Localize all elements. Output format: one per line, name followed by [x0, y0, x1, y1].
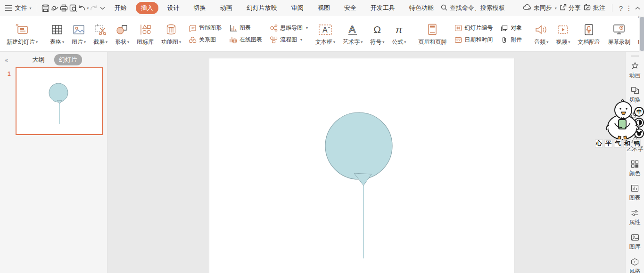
tab-special-features[interactable]: 特色功能: [404, 2, 439, 14]
menubar: 文件 ▾ ▾: [0, 0, 644, 16]
icon-library-label: 图标库: [137, 38, 154, 46]
tab-review[interactable]: 审阅: [286, 2, 309, 14]
undo-button[interactable]: ▾: [78, 2, 89, 14]
online-chart-label: 在线图表: [239, 36, 262, 44]
slide-number-button[interactable]: 幻灯片编号: [454, 24, 493, 32]
icon-library-button[interactable]: 图标库: [133, 17, 157, 50]
caption-char: 和: [623, 139, 631, 148]
ribbon-scrollbar-thumb[interactable]: [640, 17, 644, 51]
symbol-omega-icon: Ω: [373, 21, 381, 38]
file-menu[interactable]: 文件 ▾: [13, 4, 33, 12]
chart-button[interactable]: 图表: [229, 24, 262, 32]
more-commands-icon[interactable]: [98, 2, 107, 14]
style-icon: [631, 257, 639, 266]
more-options-icon[interactable]: ⋮: [626, 4, 632, 12]
ribbon-scrollbar[interactable]: [639, 16, 644, 52]
table-icon: [51, 21, 63, 38]
animation-icon: [631, 61, 639, 71]
sidebar-label-animation: 动画: [629, 72, 641, 80]
duck-mascot[interactable]: [601, 99, 644, 142]
screenshot-button[interactable]: 截屏▾: [90, 17, 111, 50]
chevron-down-icon: ▾: [306, 26, 308, 30]
redo-button[interactable]: [89, 2, 98, 14]
sidebar-item-gallery[interactable]: 图库: [626, 233, 644, 251]
video-button[interactable]: 视频▾: [552, 17, 574, 50]
balloon-shape[interactable]: [209, 58, 514, 273]
table-button[interactable]: 表格▾: [46, 17, 68, 50]
divider: [37, 4, 37, 12]
print-preview-button[interactable]: [68, 2, 77, 14]
ribbon-expand-arrow[interactable]: ›: [638, 14, 639, 19]
smart-art-icon: [189, 24, 197, 32]
caption-char: 平: [604, 139, 612, 148]
chevron-down-icon: ▾: [29, 6, 31, 10]
search-input[interactable]: 查找命令、搜索模板: [441, 4, 520, 12]
comment-button[interactable]: 批注: [584, 4, 605, 12]
new-slide-icon: [15, 21, 29, 38]
relation-diagram-button[interactable]: 关系图: [189, 36, 222, 44]
slide-thumbnail[interactable]: [16, 67, 103, 135]
header-footer-label: 页眉和页脚: [418, 38, 446, 46]
audio-speaker-icon: [535, 21, 548, 38]
formula-button[interactable]: π 公式▾: [388, 17, 410, 50]
datetime-button[interactable]: 日期和时间: [454, 36, 493, 44]
word-art-button[interactable]: A 艺术字▾: [339, 17, 366, 50]
canvas-area[interactable]: [107, 52, 625, 273]
slide-canvas[interactable]: [209, 58, 514, 273]
tab-security[interactable]: 安全: [339, 2, 362, 14]
symbol-button[interactable]: Ω 符号▾: [366, 17, 388, 50]
tab-transition[interactable]: 切换: [189, 2, 211, 14]
print-button[interactable]: [59, 2, 68, 14]
tab-slideshow[interactable]: 幻灯片放映: [241, 2, 282, 14]
mind-map-button[interactable]: 思维导图 ▾: [270, 24, 308, 32]
sidebar-drag-handle[interactable]: [631, 56, 639, 56]
tab-home[interactable]: 开始: [109, 2, 132, 14]
audio-button[interactable]: 音频▾: [530, 17, 552, 50]
transition-icon: [631, 86, 639, 95]
tab-slides[interactable]: 幻灯片: [54, 54, 82, 65]
sidebar-item-animation[interactable]: 动画: [626, 61, 644, 80]
hamburger-menu-icon[interactable]: [4, 2, 13, 14]
tab-design[interactable]: 设计: [162, 2, 185, 14]
share-button[interactable]: 分享: [560, 4, 581, 12]
text-box-button[interactable]: A 文本框▾: [312, 17, 339, 50]
sidebar-item-colors[interactable]: 颜色: [626, 159, 644, 177]
attachment-label: 附件: [511, 36, 522, 44]
picture-button[interactable]: 图片▾: [68, 17, 90, 50]
slide-number-icon: [454, 24, 462, 32]
sidebar-item-style[interactable]: 风格: [626, 257, 644, 273]
attachment-button[interactable]: 附件: [500, 36, 522, 44]
screen-record-button[interactable]: 屏幕录制: [604, 17, 634, 50]
export-button[interactable]: [50, 2, 59, 14]
doc-voice-button[interactable]: 文档配音: [574, 17, 604, 50]
chart-icon: [229, 24, 237, 32]
relation-diagram-icon: [189, 36, 197, 44]
tab-view[interactable]: 视图: [313, 2, 335, 14]
share-icon: [560, 4, 567, 12]
mind-map-icon: [270, 24, 278, 32]
gallery-icon: [631, 233, 639, 242]
datetime-icon: [454, 36, 462, 44]
smart-art-button[interactable]: 智能图形: [189, 24, 222, 32]
sync-status-button[interactable]: 未同步 ▾: [523, 4, 557, 12]
tab-insert[interactable]: 插入: [136, 2, 158, 14]
flow-chart-button[interactable]: 流程图 ▾: [270, 36, 308, 44]
collapse-ribbon-icon[interactable]: [635, 7, 640, 10]
save-button[interactable]: [41, 2, 50, 14]
tab-devtools[interactable]: 开发工具: [365, 2, 400, 14]
object-button[interactable]: 对象: [500, 24, 522, 32]
new-slide-button[interactable]: 新建幻灯片▾: [3, 17, 41, 50]
duck-illustration: [601, 99, 644, 140]
tab-outline[interactable]: 大纲: [28, 54, 50, 65]
header-footer-button[interactable]: 页眉和页脚: [414, 17, 450, 50]
func-diagram-button[interactable]: 功能图▾: [157, 17, 185, 50]
help-button[interactable]: ?: [619, 4, 623, 12]
shapes-button[interactable]: 形状▾: [111, 17, 133, 50]
sidebar-item-properties[interactable]: 属性: [626, 208, 644, 226]
tab-animation[interactable]: 动画: [215, 2, 238, 14]
wps-presentation-window: 文件 ▾ ▾: [0, 0, 644, 273]
sidebar-label-chart: 图表: [629, 194, 641, 202]
online-chart-button[interactable]: 在线图表: [229, 36, 262, 44]
search-icon: [441, 4, 447, 12]
sidebar-item-chart[interactable]: 图表: [626, 184, 644, 202]
